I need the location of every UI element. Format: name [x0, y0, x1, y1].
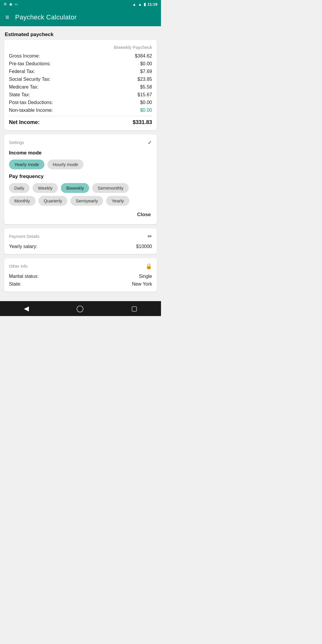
- net-income-value: $331.83: [133, 119, 152, 126]
- paycheck-card: Biweekly Paycheck Gross Income: $384.62 …: [4, 40, 157, 130]
- lock-icon[interactable]: 🔒: [145, 263, 152, 270]
- battery-icon: ▮: [144, 2, 146, 7]
- non-taxable-income-row: Non-taxable Income: $0.00: [9, 108, 152, 113]
- state-tax-row: State Tax: $15.67: [9, 92, 152, 97]
- settings-icon: ⚙: [4, 2, 7, 6]
- gross-income-row: Gross Income: $384.62: [9, 53, 152, 59]
- other-info-label: Other Info: [9, 264, 27, 269]
- semiyearly-chip[interactable]: Semiyearly: [70, 196, 103, 206]
- pretax-deductions-value: $0.00: [140, 61, 152, 66]
- state-tax-value: $15.67: [137, 92, 152, 97]
- app-header: ≡ Paycheck Calculator: [0, 8, 161, 26]
- settings-check-icon[interactable]: ✓: [148, 139, 152, 146]
- non-taxable-value: $0.00: [140, 108, 152, 113]
- state-value: New York: [132, 281, 152, 287]
- income-mode-chips: Yearly mode Hourly mode: [9, 160, 152, 169]
- estimated-paycheck-section: Estimated paycheck Biweekly Paycheck Gro…: [4, 32, 157, 130]
- pay-frequency-chips: Daily Weekly Biweekly Semimonthly Monthl…: [9, 183, 152, 206]
- edit-icon[interactable]: ✏: [148, 233, 152, 240]
- paycheck-type: Biweekly Paycheck: [9, 45, 152, 50]
- menu-icon[interactable]: ≡: [5, 13, 9, 21]
- medicare-tax-value: $5.58: [140, 84, 152, 90]
- main-content: Estimated paycheck Biweekly Paycheck Gro…: [0, 26, 161, 297]
- federal-tax-value: $7.69: [140, 69, 152, 74]
- federal-tax-label: Federal Tax:: [9, 69, 35, 74]
- semimonthly-chip[interactable]: Semimonthly: [92, 183, 129, 193]
- state-tax-label: State Tax:: [9, 92, 30, 97]
- sd-icon: ▭: [15, 2, 18, 6]
- navigation-bar: ◀ ◯ ▢: [0, 301, 161, 316]
- posttax-deductions-row: Post-tax Deductions: $0.00: [9, 100, 152, 105]
- settings-label: Settings: [9, 140, 24, 145]
- settings-card-header: Settings ✓: [9, 139, 152, 146]
- status-bar-right: ▲ ▲ ▮ 11:19: [132, 2, 157, 7]
- yearly-salary-value: $10000: [136, 244, 152, 249]
- yearly-chip[interactable]: Yearly: [106, 196, 129, 206]
- signal-icon: ▲: [138, 2, 142, 7]
- pay-frequency-title: Pay frequency: [9, 174, 152, 179]
- pretax-deductions-label: Pre-tax Deductions:: [9, 61, 51, 66]
- net-income-row: Net Income: $331.83: [9, 119, 152, 126]
- home-button[interactable]: ◯: [70, 302, 90, 315]
- section-title-estimated: Estimated paycheck: [4, 32, 157, 38]
- medicare-tax-label: Medicare Tax:: [9, 84, 38, 90]
- other-info-header: Other Info 🔒: [9, 263, 152, 270]
- daily-chip[interactable]: Daily: [9, 183, 30, 193]
- payment-details-label: Payment Details: [9, 234, 39, 239]
- close-btn-container: Close: [9, 210, 152, 219]
- page-title: Paycheck Calculator: [15, 13, 77, 21]
- payment-details-header: Payment Details ✏: [9, 233, 152, 240]
- social-security-value: $23.85: [137, 77, 152, 82]
- income-mode-title: Income mode: [9, 150, 152, 156]
- social-security-label: Social Security Tax:: [9, 77, 50, 82]
- medicare-tax-row: Medicare Tax: $5.58: [9, 84, 152, 90]
- yearly-salary-label: Yearly salary:: [9, 244, 37, 249]
- quarterly-chip[interactable]: Quarterly: [38, 196, 68, 206]
- marital-status-label: Marital status:: [9, 274, 39, 279]
- yearly-salary-row: Yearly salary: $10000: [9, 244, 152, 249]
- gross-income-label: Gross Income:: [9, 53, 40, 59]
- marital-status-row: Marital status: Single: [9, 274, 152, 279]
- close-button[interactable]: Close: [136, 210, 152, 219]
- recent-button[interactable]: ▢: [125, 302, 143, 315]
- time-display: 11:19: [148, 2, 157, 7]
- gross-income-value: $384.62: [135, 53, 152, 59]
- circle-icon: ◉: [9, 2, 12, 6]
- hourly-mode-chip[interactable]: Hourly mode: [47, 160, 83, 169]
- posttax-deductions-label: Post-tax Deductions:: [9, 100, 53, 105]
- status-bar: ⚙ ◉ ▭ ▲ ▲ ▮ 11:19: [0, 0, 161, 8]
- state-row: State: New York: [9, 281, 152, 287]
- biweekly-chip[interactable]: Biweekly: [61, 183, 89, 193]
- yearly-mode-chip[interactable]: Yearly mode: [9, 160, 44, 169]
- net-income-label: Net Income:: [9, 119, 40, 126]
- social-security-row: Social Security Tax: $23.85: [9, 77, 152, 82]
- posttax-deductions-value: $0.00: [140, 100, 152, 105]
- settings-card: Settings ✓ Income mode Yearly mode Hourl…: [4, 134, 157, 224]
- payment-details-card: Payment Details ✏ Yearly salary: $10000: [4, 228, 157, 254]
- non-taxable-label: Non-taxable Income:: [9, 108, 53, 113]
- weekly-chip[interactable]: Weekly: [32, 183, 58, 193]
- monthly-chip[interactable]: Monthly: [9, 196, 35, 206]
- wifi-icon: ▲: [132, 2, 136, 7]
- state-label: State:: [9, 281, 21, 287]
- other-info-card: Other Info 🔒 Marital status: Single Stat…: [4, 258, 157, 292]
- marital-status-value: Single: [139, 274, 152, 279]
- back-button[interactable]: ◀: [18, 302, 35, 315]
- federal-tax-row: Federal Tax: $7.69: [9, 69, 152, 74]
- status-bar-left: ⚙ ◉ ▭: [4, 2, 18, 6]
- pretax-deductions-row: Pre-tax Deductions: $0.00: [9, 61, 152, 66]
